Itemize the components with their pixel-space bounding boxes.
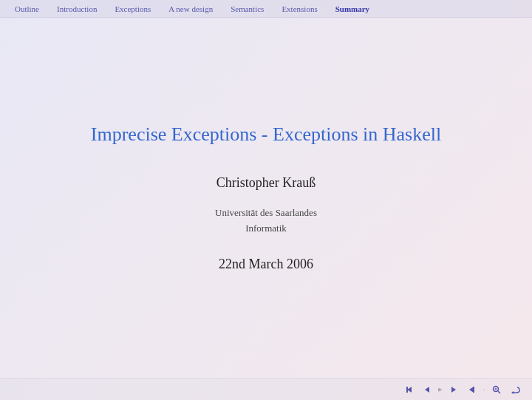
nav-item-summary[interactable]: Summary bbox=[327, 0, 378, 17]
bottom-toolbar: ▸ · bbox=[0, 378, 532, 400]
svg-marker-2 bbox=[425, 387, 429, 393]
institution-line1: Universität des Saarlandes bbox=[215, 206, 317, 221]
svg-line-7 bbox=[498, 391, 500, 393]
navigation-bar: Outline Introduction Exceptions A new de… bbox=[0, 0, 532, 18]
presentation-date: 22nd March 2006 bbox=[219, 257, 313, 272]
nav-item-new-design[interactable]: A new design bbox=[160, 0, 222, 17]
nav-item-exceptions[interactable]: Exceptions bbox=[106, 0, 160, 17]
first-slide-button[interactable] bbox=[403, 384, 417, 396]
nav-item-extensions[interactable]: Extensions bbox=[273, 0, 326, 17]
next-slide-button[interactable] bbox=[447, 384, 460, 395]
last-slide-button[interactable] bbox=[463, 384, 478, 396]
institution-info: Universität des Saarlandes Informatik bbox=[215, 206, 317, 237]
nav-item-introduction[interactable]: Introduction bbox=[48, 0, 106, 17]
svg-marker-10 bbox=[511, 391, 514, 394]
separator-1: ▸ bbox=[438, 384, 443, 394]
nav-item-semantics[interactable]: Semantics bbox=[222, 0, 273, 17]
return-button[interactable] bbox=[507, 384, 523, 396]
svg-marker-3 bbox=[451, 387, 456, 393]
author-name: Christopher Krauß bbox=[216, 175, 316, 191]
slide-title: Imprecise Exceptions - Exceptions in Has… bbox=[91, 123, 441, 146]
separator-2: · bbox=[482, 385, 485, 394]
prev-slide-button[interactable] bbox=[420, 384, 434, 395]
institution-line2: Informatik bbox=[215, 221, 317, 237]
nav-item-outline[interactable]: Outline bbox=[6, 0, 48, 17]
slide-content: Imprecise Exceptions - Exceptions in Has… bbox=[0, 18, 532, 378]
svg-rect-5 bbox=[473, 387, 474, 393]
svg-rect-1 bbox=[406, 387, 408, 393]
zoom-button[interactable] bbox=[489, 384, 504, 396]
